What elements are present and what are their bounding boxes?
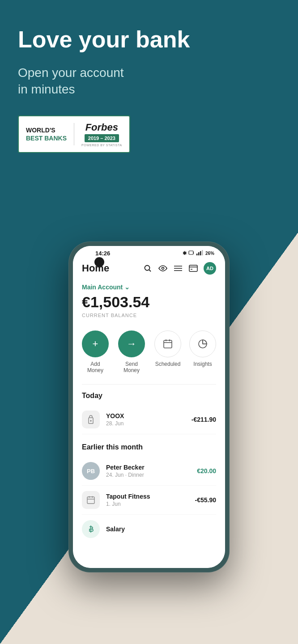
earlier-label: Earlier this month — [82, 443, 216, 451]
send-money-label: Send Money — [117, 361, 146, 373]
battery-saver-icon — [188, 250, 195, 257]
forbes-divider — [74, 123, 74, 145]
phone-inner: 14:26 ✱ 26% — [73, 246, 225, 568]
peter-name: Peter Becker — [106, 464, 191, 471]
tapout-icon — [82, 491, 100, 509]
tapout-info: Tapout Fitness 1. Jun — [106, 493, 189, 507]
user-avatar[interactable]: AD — [204, 262, 216, 275]
forbes-left-text: WORLD'SBEST BANKS — [26, 126, 67, 142]
action-buttons: + Add Money → Send Money — [82, 327, 216, 377]
yoox-name: YOOX — [106, 412, 185, 419]
tapout-name: Tapout Fitness — [106, 493, 189, 500]
peter-avatar: PB — [82, 462, 100, 480]
add-money-button[interactable]: + Add Money — [82, 330, 109, 373]
forbes-years: 2019 – 2023 — [85, 134, 119, 142]
svg-point-22 — [90, 420, 91, 421]
card-icon[interactable] — [188, 263, 198, 273]
bluetooth-icon: ✱ — [183, 250, 187, 256]
svg-point-7 — [162, 267, 164, 270]
earlier-transactions: Earlier this month PB Peter Becker 24. J… — [73, 441, 225, 551]
eye-icon[interactable] — [158, 263, 168, 273]
peter-info: Peter Becker 24. Jun · Dinner — [106, 464, 191, 478]
svg-rect-3 — [200, 251, 201, 256]
svg-rect-1 — [196, 254, 198, 255]
svg-rect-2 — [198, 252, 200, 255]
status-bar: 14:26 ✱ 26% — [73, 246, 225, 258]
forbes-right: Forbes 2019 – 2023 POWERED BY STATISTA — [81, 122, 122, 147]
phone-section: 14:26 ✱ 26% — [0, 233, 298, 644]
forbes-badge: WORLD'SBEST BANKS Forbes 2019 – 2023 POW… — [18, 115, 130, 153]
svg-rect-14 — [164, 340, 172, 348]
transaction-salary[interactable]: Salary — [82, 515, 216, 543]
status-icons: ✱ 26% — [183, 250, 214, 257]
scheduled-icon — [154, 330, 181, 357]
yoox-amount: -€211.90 — [192, 416, 216, 423]
yoox-info: YOOX 28. Jun — [106, 412, 185, 427]
yoox-date: 28. Jun — [106, 420, 185, 427]
today-label: Today — [82, 392, 216, 400]
chevron-down-icon: ⌄ — [124, 284, 130, 291]
tapout-date: 1. Jun — [106, 501, 189, 507]
add-money-icon: + — [82, 330, 109, 357]
phone-wrapper: 14:26 ✱ 26% — [68, 242, 230, 572]
today-transactions: Today YOOX 28. Jun -€211.90 — [73, 385, 225, 441]
peter-amount: €20.00 — [197, 467, 216, 475]
svg-line-6 — [149, 270, 151, 272]
phone-screen: 14:26 ✱ 26% — [73, 246, 225, 568]
list-icon[interactable] — [173, 263, 183, 273]
salary-info: Salary — [106, 525, 216, 533]
insights-button[interactable]: Insights — [189, 330, 216, 367]
account-label[interactable]: Main Account ⌄ — [82, 284, 216, 291]
forbes-name: Forbes — [85, 122, 118, 133]
peter-date: 24. Jun · Dinner — [106, 472, 191, 478]
tapout-amount: -€55.90 — [195, 496, 216, 504]
svg-rect-0 — [189, 251, 193, 254]
camera-notch — [94, 257, 104, 267]
svg-rect-4 — [202, 250, 203, 255]
transaction-peter[interactable]: PB Peter Becker 24. Jun · Dinner €20.00 — [82, 457, 216, 486]
salary-name: Salary — [106, 525, 216, 533]
hero-section: Love your bank Open your accountin minut… — [0, 0, 298, 233]
hero-subtitle: Open your accountin minutes — [18, 65, 280, 97]
battery-icon: 26% — [205, 251, 214, 256]
search-icon[interactable] — [143, 263, 153, 273]
header-icons: AD — [143, 262, 216, 275]
send-money-button[interactable]: → Send Money — [117, 330, 146, 373]
scheduled-label: Scheduled — [155, 361, 181, 367]
balance-amount: €1,503.54 — [82, 293, 216, 311]
insights-icon — [189, 330, 216, 357]
transaction-tapout[interactable]: Tapout Fitness 1. Jun -€55.90 — [82, 486, 216, 515]
yoox-icon — [82, 411, 100, 428]
svg-rect-11 — [189, 265, 197, 271]
add-money-label: Add Money — [82, 361, 109, 373]
hero-title: Love your bank — [18, 27, 280, 52]
signal-icon — [196, 250, 204, 256]
status-time: 14:26 — [95, 250, 110, 257]
salary-icon — [82, 520, 100, 538]
account-section: Main Account ⌄ €1,503.54 CURRENT BALANCE… — [73, 280, 225, 384]
transaction-yoox[interactable]: YOOX 28. Jun -€211.90 — [82, 405, 216, 434]
forbes-powered: POWERED BY STATISTA — [81, 144, 122, 147]
send-money-icon: → — [118, 330, 145, 357]
scheduled-button[interactable]: Scheduled — [154, 330, 181, 367]
balance-label: CURRENT BALANCE — [82, 313, 216, 318]
svg-point-5 — [145, 266, 150, 271]
phone-outer: 14:26 ✱ 26% — [68, 242, 230, 572]
svg-rect-23 — [87, 497, 94, 504]
insights-label: Insights — [193, 361, 212, 367]
